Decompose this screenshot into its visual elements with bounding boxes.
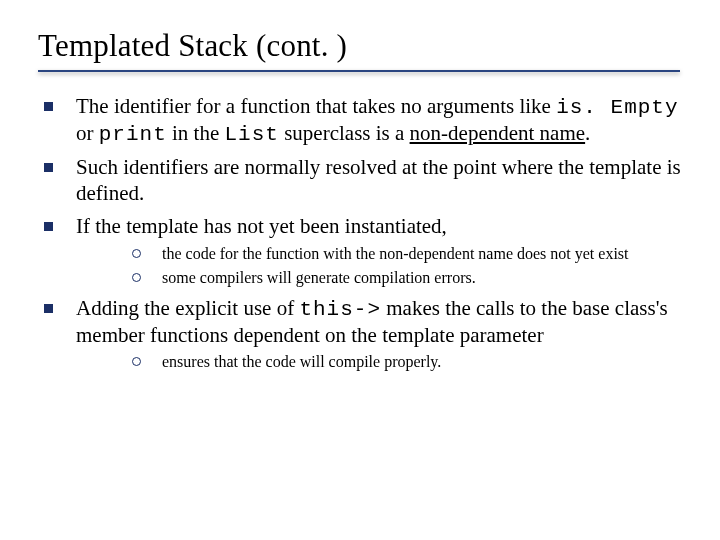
slide-title: Templated Stack (cont. ) xyxy=(38,28,690,64)
bullet-list: The identifier for a function that takes… xyxy=(30,94,690,372)
sub-bullet-item: the code for the function with the non-d… xyxy=(76,244,690,264)
bullet-item: Such identifiers are normally resolved a… xyxy=(30,155,690,206)
sub-bullet-list: ensures that the code will compile prope… xyxy=(76,352,690,372)
bullet-item: If the template has not yet been instant… xyxy=(30,214,690,288)
title-underline xyxy=(38,70,680,72)
sub-bullet-item: some compilers will generate compilation… xyxy=(76,268,690,288)
bullet-item: Adding the explicit use of this-> makes … xyxy=(30,296,690,372)
bullet-item: The identifier for a function that takes… xyxy=(30,94,690,147)
sub-bullet-list: the code for the function with the non-d… xyxy=(76,244,690,288)
sub-bullet-item: ensures that the code will compile prope… xyxy=(76,352,690,372)
